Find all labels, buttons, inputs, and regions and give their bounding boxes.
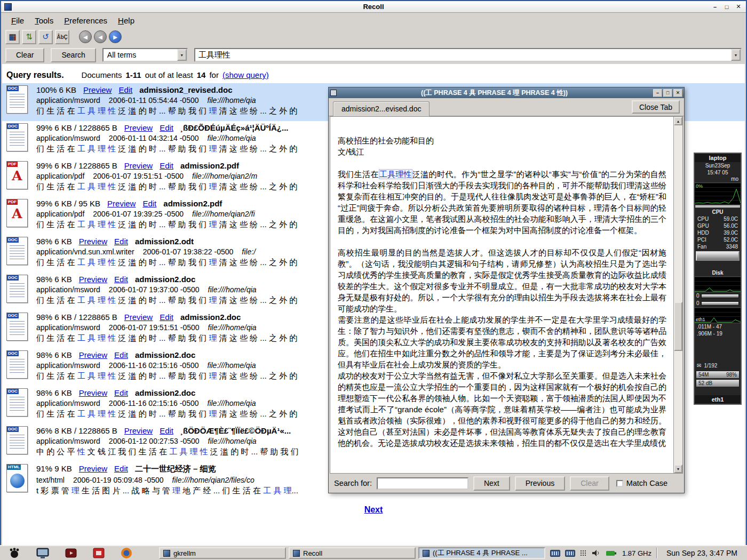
gk-fan-row: Fan3348: [695, 243, 741, 250]
term-explorer-button[interactable]: ÂbÇ: [55, 30, 69, 44]
clear-button[interactable]: Clear: [5, 48, 44, 62]
next-results-link[interactable]: Next: [364, 505, 383, 515]
preview-titlebar[interactable]: ((工 PHRASE 4 具 PHRASE 4 理 PHRASE 4 性)) –…: [329, 87, 684, 98]
menu-tools[interactable]: Tools: [30, 14, 58, 27]
preview-link[interactable]: Preview: [79, 350, 107, 359]
gk-fan-meter[interactable]: [696, 251, 740, 261]
preview-link[interactable]: Preview: [124, 426, 153, 435]
main-titlebar[interactable]: Recoll – □ ✕: [1, 1, 746, 13]
preview-tab[interactable]: admission2...evised.doc: [333, 101, 430, 116]
preview-link[interactable]: Preview: [83, 85, 112, 94]
edit-link[interactable]: Edit: [114, 275, 128, 284]
minimize-icon[interactable]: –: [711, 3, 719, 11]
history-button[interactable]: ↺: [38, 30, 53, 44]
close-icon[interactable]: ✕: [734, 3, 743, 11]
find-input[interactable]: [377, 477, 468, 490]
gkrellm-panel: laptop Sun23Sep 15:47 05 mo 0% CPU CPU59…: [694, 153, 742, 405]
disk-krell[interactable]: [701, 294, 739, 298]
first-page-button[interactable]: ◀: [79, 30, 92, 43]
volume-icon[interactable]: [592, 549, 601, 557]
show-query-link[interactable]: (show query): [222, 70, 269, 79]
taskbar-window-button[interactable]: gkrellm: [159, 547, 286, 559]
text-segment: 们 生 活 在: [36, 333, 77, 342]
text-segment: 泛滥的时代。作为“世之显学”的诸种以“事实”与“价值”的二分为荣的自然科学和社会…: [338, 170, 666, 235]
preview-link[interactable]: Preview: [107, 199, 136, 208]
find-clear-button[interactable]: Clear: [570, 476, 609, 491]
results-total: 14: [197, 70, 206, 79]
text-segment: 清 这 些 纷 ... 之 外 的: [217, 106, 297, 115]
menu-file[interactable]: File: [6, 14, 29, 27]
minimize-icon[interactable]: –: [653, 89, 662, 97]
text-segment: 理: [71, 486, 80, 495]
disk-chart-wave: [695, 277, 741, 292]
edit-link[interactable]: Edit: [118, 85, 132, 94]
chevron-down-icon[interactable]: ▼: [177, 49, 187, 61]
scrollbar-thumb[interactable]: [674, 302, 682, 351]
next-page-button[interactable]: ▶: [109, 30, 122, 43]
cpu-krell[interactable]: [695, 205, 741, 209]
edit-link[interactable]: Edit: [142, 199, 156, 208]
table-view-button[interactable]: ▦: [5, 30, 20, 44]
text-segment: 理: [209, 106, 217, 115]
desktop-menu-icon[interactable]: [9, 547, 20, 559]
media-player-icon[interactable]: [65, 547, 77, 559]
text-segment: 工 具 理 性: [77, 106, 116, 115]
chevron-down-icon[interactable]: ▼: [731, 49, 741, 61]
preview-link[interactable]: Preview: [79, 237, 107, 246]
edit-link[interactable]: Edit: [114, 237, 128, 246]
find-previous-button[interactable]: Previous: [515, 476, 565, 491]
window-icon: [163, 550, 170, 557]
taskbar-clock[interactable]: Sun Sep 23, 3:47 PM: [662, 549, 742, 557]
taskbar-window-button[interactable]: Recoll: [289, 547, 416, 559]
result-headline: 91% 9 KBPreviewEdit二十一世纪经济 – 细览: [36, 464, 298, 474]
preview-link[interactable]: Preview: [79, 275, 107, 284]
search-mode-select[interactable]: All terms ▼: [102, 48, 188, 62]
result-mime: application/vnd.sun.xml.writer: [36, 247, 134, 256]
maximize-icon[interactable]: □: [722, 3, 731, 11]
package-icon[interactable]: [93, 547, 105, 559]
preview-link[interactable]: Preview: [79, 388, 107, 397]
find-next-button[interactable]: Next: [473, 476, 510, 491]
edit-link[interactable]: Edit: [114, 464, 128, 473]
edit-link[interactable]: Edit: [114, 388, 128, 397]
edit-link[interactable]: Edit: [160, 161, 173, 170]
battery-icon[interactable]: [606, 550, 617, 557]
search-button[interactable]: Search: [51, 48, 96, 62]
preview-scrollbar[interactable]: ▲ ▼: [673, 117, 682, 473]
preview-link[interactable]: Preview: [124, 313, 153, 322]
firefox-icon[interactable]: [121, 547, 132, 559]
scroll-up-icon[interactable]: ▲: [674, 117, 682, 125]
gk-memory-meter[interactable]: 54M 98%: [696, 371, 740, 379]
taskbar-window-button[interactable]: ((工 PHRASE 4 具 PHRASE ...: [418, 547, 545, 559]
terminal-icon[interactable]: [36, 548, 49, 558]
close-icon[interactable]: ✕: [673, 89, 682, 97]
match-case-checkbox[interactable]: [616, 480, 623, 487]
result-date: 2006-01-07 19:38:22 -0500: [143, 247, 234, 256]
disk-krell[interactable]: [701, 301, 739, 306]
text-segment: 理: [209, 144, 217, 153]
preview-link[interactable]: Preview: [79, 464, 107, 473]
edit-link[interactable]: Edit: [160, 426, 173, 435]
search-input[interactable]: [195, 51, 741, 60]
preview-link[interactable]: Preview: [124, 161, 153, 170]
keyboard-layout-icon[interactable]: [565, 550, 575, 557]
text-segment: 清 这 些 纷 ... 之 外 的: [217, 371, 297, 380]
close-tab-button[interactable]: Close Tab: [632, 100, 680, 114]
result-snippet: 们 生 活 在 工 具 理 性 泛 滥 的 时 ... 帮 助 我 们 理 清 …: [36, 220, 297, 230]
edit-link[interactable]: Edit: [160, 123, 173, 132]
scroll-down-icon[interactable]: ▼: [674, 465, 682, 473]
prev-page-button[interactable]: ◀: [94, 30, 107, 43]
gk-volume-meter[interactable]: 52 dB: [696, 379, 740, 387]
keyboard-layout-icon[interactable]: [550, 550, 560, 557]
result-url: file:///home/qia: [208, 323, 257, 332]
input-grid-icon[interactable]: [580, 550, 587, 557]
menu-help[interactable]: Help: [113, 14, 139, 27]
text-segment: t 彩 票 管: [36, 486, 71, 495]
preview-link[interactable]: Preview: [124, 123, 153, 132]
edit-link[interactable]: Edit: [114, 350, 128, 359]
menu-preferences[interactable]: Preferences: [59, 14, 112, 27]
gk-temp-value: 39.0C: [724, 229, 738, 236]
edit-link[interactable]: Edit: [160, 313, 173, 322]
maximize-icon[interactable]: □: [663, 89, 672, 97]
sort-button[interactable]: ⇅: [22, 30, 36, 44]
